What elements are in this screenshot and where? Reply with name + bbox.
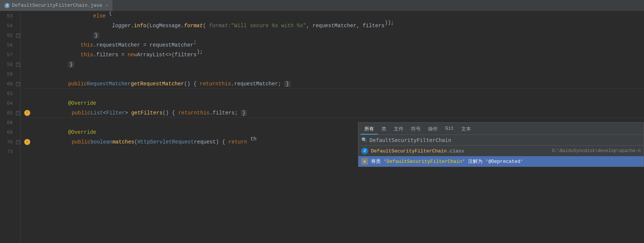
code-line-55: } [24,31,644,40]
warning-icon-70: ↑ [24,139,30,145]
ac-tab-class[interactable]: 类 [378,124,390,135]
line-num-55: 55 [0,33,16,38]
line-60-gutter: 60 + [0,79,20,89]
code-line-58: } [24,60,644,69]
line-54-gutter: 54 [0,21,20,31]
line-num-73: 73 [0,149,16,155]
ac-tab-git[interactable]: Git [442,124,458,135]
fold-icon-65[interactable]: + [16,111,21,115]
search-icon: 🔍 [361,137,367,143]
warning-icon-65: ↑ [24,110,30,116]
line-64-gutter: 64 [0,98,20,108]
code-line-63 [24,89,644,98]
ac-item-action[interactable]: ⚙ 将类 'DefaultSecurityFilterChain' 注解为 '@… [358,156,644,167]
line-num-54: 54 [0,23,16,29]
line-number-gutter: 53 54 55 + 56 57 58 [0,11,21,243]
line-55-gutter: 55 + [0,31,20,40]
code-line-59 [24,69,644,79]
fold-icon-55[interactable]: + [16,34,21,38]
ac-item-action-text: 将类 'DefaultSecurityFilterChain' 注解为 '@De… [371,158,641,165]
ac-item-class-text: DefaultSecurityFilterChain.class [371,148,549,154]
ac-item-class-name-match: DefaultSecurityFilterChain [371,148,447,154]
ac-action-suffix: ' 注解为 '@Deprecated' [462,159,523,164]
ac-tab-file[interactable]: 文件 [390,124,407,135]
code-line-60: public RequestMatcher getRequestMatcher(… [24,79,644,89]
autocomplete-search-input[interactable] [370,137,641,143]
java-file-icon: J [4,3,10,8]
tab-close-button[interactable]: × [106,3,109,8]
autocomplete-search-bar: 🔍 [358,135,644,146]
ac-tab-text[interactable]: 文本 [458,124,475,135]
code-line-64: @Override [24,98,644,108]
code-line-54: logger.info(LogMessage.format( format: "… [24,21,644,31]
line-56-gutter: 56 [0,40,20,50]
line-63-gutter: 63 [0,89,20,98]
code-line-53: else { [24,11,644,21]
line-58-gutter: 58 + [0,60,20,69]
line-num-58: 58 [0,62,16,67]
fold-btn-55[interactable]: + [16,34,20,38]
line-68-gutter: 68 [0,118,20,127]
ac-tab-symbol[interactable]: 符号 [407,124,424,135]
code-line-65: ↑ public List<Filter> getFilters() { ret… [24,108,644,118]
line-53-gutter: 53 [0,11,20,21]
autocomplete-tabs: 所有 类 文件 符号 操作 Git 文本 [358,123,644,135]
line-num-60: 60 [0,81,16,87]
line-70-gutter: 70 + [0,137,20,147]
ac-action-match: DefaultSecurityFilterChain [387,159,462,164]
line-num-70: 70 [0,139,16,145]
tab-filename: DefaultSecurityFilterChain.java [12,3,102,8]
ac-item-class-path: O:\BaiduSyncdisk\develop\apache-n [552,148,641,154]
fold-btn-58[interactable]: + [16,63,20,67]
line-num-63: 63 [0,91,16,97]
tab-defaultsecurityfilterchain[interactable]: J DefaultSecurityFilterChain.java × [0,0,113,11]
fold-icon-60[interactable]: + [16,82,21,86]
line-num-69: 69 [0,130,16,135]
fold-icon-58[interactable]: + [16,63,21,67]
line-57-gutter: 57 [0,50,20,60]
editor-area: 53 54 55 + 56 57 58 [0,11,644,243]
line-num-59: 59 [0,72,16,77]
line-65-gutter: 65 + [0,108,20,118]
line-num-57: 57 [0,52,16,58]
line-59-gutter: 59 [0,69,20,79]
tab-bar: J DefaultSecurityFilterChain.java × [0,0,644,11]
fold-btn-60[interactable]: + [16,82,20,86]
code-line-56: this.requestMatcher = requestMatcher; [24,40,644,50]
line-69-gutter: 69 [0,127,20,137]
line-73-gutter: 73 [0,147,20,157]
fold-btn-65[interactable]: + [16,111,20,115]
fold-icon-70[interactable]: + [16,140,21,144]
ac-item-class-suffix: .class [447,148,464,154]
fold-btn-70[interactable]: + [16,140,20,144]
ac-action-prefix: 将类 ' [371,159,387,164]
autocomplete-popup: 所有 类 文件 符号 操作 Git 文本 🔍 J DefaultSecurity… [358,122,644,167]
line-num-68: 68 [0,120,16,126]
class-result-icon: J [361,148,368,154]
line-num-53: 53 [0,13,16,19]
ac-item-class[interactable]: J DefaultSecurityFilterChain.class O:\Ba… [358,146,644,156]
ac-tab-action[interactable]: 操作 [424,124,442,135]
ac-tab-all[interactable]: 所有 [361,124,378,135]
action-result-icon: ⚙ [361,158,368,165]
line-num-64: 64 [0,101,16,106]
code-line-57: this.filters = new ArrayList<>(filters); [24,50,644,60]
line-num-56: 56 [0,42,16,48]
line-num-65: 65 [0,110,16,116]
